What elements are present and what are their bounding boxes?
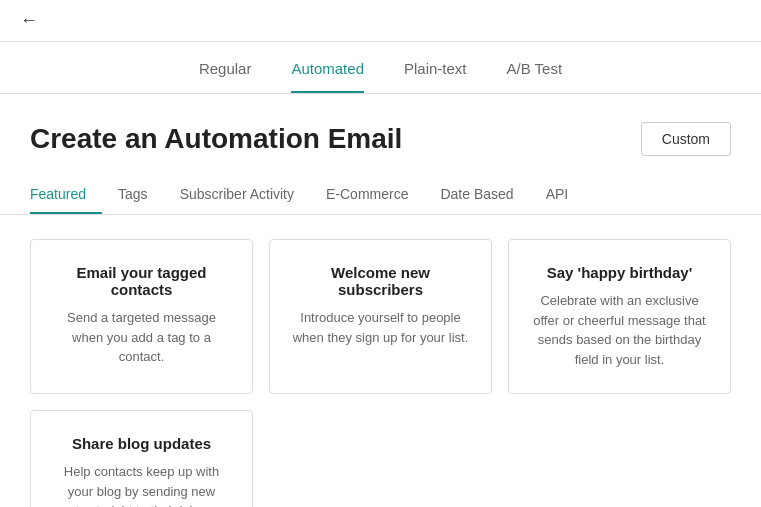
card-welcome-subscribers[interactable]: Welcome new subscribers Introduce yourse… bbox=[269, 239, 492, 394]
category-date-based[interactable]: Date Based bbox=[424, 176, 529, 214]
card-tagged-contacts[interactable]: Email your tagged contacts Send a target… bbox=[30, 239, 253, 394]
custom-button[interactable]: Custom bbox=[641, 122, 731, 156]
card-title: Welcome new subscribers bbox=[290, 264, 471, 298]
category-featured[interactable]: Featured bbox=[30, 176, 102, 214]
nav-item-regular[interactable]: Regular bbox=[199, 60, 252, 93]
card-happy-birthday[interactable]: Say 'happy birthday' Celebrate with an e… bbox=[508, 239, 731, 394]
email-type-nav: Regular Automated Plain-text A/B Test bbox=[0, 42, 761, 94]
page-title: Create an Automation Email bbox=[30, 123, 402, 155]
nav-item-automated[interactable]: Automated bbox=[291, 60, 364, 93]
card-description: Send a targeted message when you add a t… bbox=[51, 308, 232, 367]
category-nav: Featured Tags Subscriber Activity E-Comm… bbox=[0, 176, 761, 215]
main-header: Create an Automation Email Custom bbox=[0, 94, 761, 176]
category-api[interactable]: API bbox=[530, 176, 585, 214]
nav-item-plain-text[interactable]: Plain-text bbox=[404, 60, 467, 93]
cards-grid: Email your tagged contacts Send a target… bbox=[0, 215, 761, 507]
category-subscriber-activity[interactable]: Subscriber Activity bbox=[164, 176, 310, 214]
card-description: Celebrate with an exclusive offer or che… bbox=[529, 291, 710, 369]
card-description: Introduce yourself to people when they s… bbox=[290, 308, 471, 347]
card-title: Share blog updates bbox=[51, 435, 232, 452]
category-ecommerce[interactable]: E-Commerce bbox=[310, 176, 424, 214]
category-tags[interactable]: Tags bbox=[102, 176, 164, 214]
nav-item-ab-test[interactable]: A/B Test bbox=[507, 60, 563, 93]
card-title: Say 'happy birthday' bbox=[529, 264, 710, 281]
back-arrow-icon[interactable]: ← bbox=[20, 10, 38, 31]
top-bar: ← bbox=[0, 0, 761, 42]
card-description: Help contacts keep up with your blog by … bbox=[51, 462, 232, 507]
card-title: Email your tagged contacts bbox=[51, 264, 232, 298]
card-blog-updates[interactable]: Share blog updates Help contacts keep up… bbox=[30, 410, 253, 507]
